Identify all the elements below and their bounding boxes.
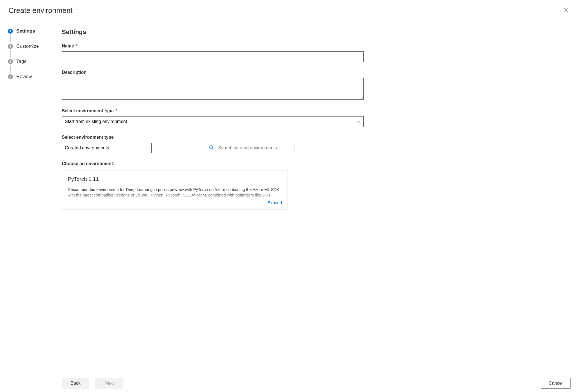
env-subtype-select[interactable]: Curated environments (62, 143, 152, 153)
main-panel: Settings Name * Description Select envir… (53, 21, 579, 392)
step-settings[interactable]: 1 Settings (8, 28, 53, 34)
step-connector (10, 65, 11, 73)
step-label: Review (16, 74, 32, 79)
step-number-badge: 3 (8, 59, 13, 64)
next-button[interactable]: Next (95, 378, 123, 389)
dialog-title: Create environment (8, 6, 72, 15)
env-subtype-label: Select environment type (62, 135, 152, 140)
environment-card-title: PyTorch 1.11 (68, 176, 282, 182)
step-number-badge: 2 (8, 44, 13, 49)
expand-link[interactable]: Expand (68, 200, 282, 205)
dialog-header: Create environment (0, 0, 579, 21)
env-type-label-text: Select environment type (62, 108, 114, 113)
cancel-button[interactable]: Cancel (541, 378, 571, 389)
step-connector (10, 35, 11, 42)
search-wrapper (205, 143, 295, 153)
description-input[interactable] (62, 78, 364, 100)
name-input[interactable] (62, 51, 364, 62)
env-type-label: Select environment type * (62, 108, 364, 113)
env-type-field-group: Select environment type * Start from exi… (62, 108, 364, 127)
wizard-steps-sidebar: 1 Settings 2 Customize 3 Tags 4 Review (0, 21, 53, 392)
required-indicator-icon: * (76, 44, 77, 48)
step-tags[interactable]: 3 Tags (8, 59, 53, 64)
required-indicator-icon: * (115, 108, 117, 113)
close-button[interactable] (562, 6, 571, 15)
form-content: Settings Name * Description Select envir… (62, 28, 364, 367)
search-input[interactable] (205, 143, 295, 153)
step-connector (10, 50, 11, 58)
environment-card[interactable]: PyTorch 1.11 Recommended environment for… (62, 170, 288, 210)
step-number-badge: 1 (8, 29, 13, 34)
step-customize[interactable]: 2 Customize (8, 44, 53, 49)
step-review[interactable]: 4 Review (8, 74, 53, 79)
description-field-group: Description (62, 70, 364, 101)
step-number-badge: 4 (8, 74, 13, 79)
name-label: Name * (62, 44, 364, 49)
back-button[interactable]: Back (62, 378, 89, 389)
env-subtype-select-wrapper: Curated environments (62, 143, 152, 153)
step-label: Settings (16, 28, 35, 34)
environment-card-description: Recommended environment for Deep Learnin… (68, 187, 282, 199)
choose-env-label: Choose an environment: (62, 161, 364, 166)
env-type-select[interactable]: Start from existing environment (62, 116, 364, 127)
step-label: Tags (16, 59, 26, 64)
choose-env-group: Choose an environment: PyTorch 1.11 Reco… (62, 161, 364, 210)
footer-left-buttons: Back Next (62, 378, 123, 389)
step-label: Customize (16, 44, 39, 49)
env-subtype-row: Select environment type Curated environm… (62, 135, 364, 153)
dialog-footer: Back Next Cancel (62, 373, 571, 392)
dialog-body: 1 Settings 2 Customize 3 Tags 4 Review S… (0, 21, 579, 392)
close-icon (564, 8, 568, 13)
section-title: Settings (62, 28, 364, 36)
env-type-select-wrapper: Start from existing environment (62, 116, 364, 127)
name-label-text: Name (62, 44, 74, 48)
description-label: Description (62, 70, 364, 75)
name-field-group: Name * (62, 44, 364, 62)
